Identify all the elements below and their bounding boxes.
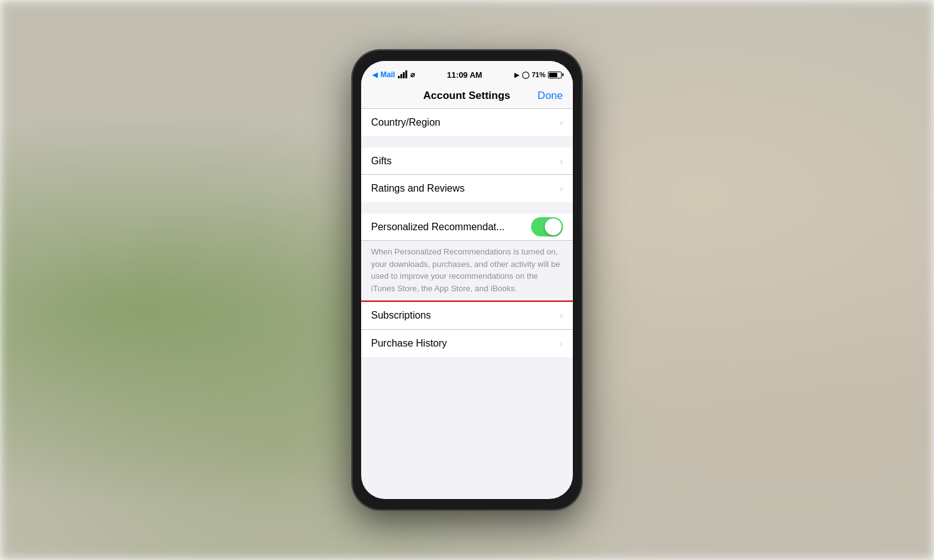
done-button[interactable]: Done — [537, 90, 563, 102]
country-region-label: Country/Region — [371, 117, 440, 128]
phone-shell: ◀ Mail ⌀ 11:09 AM ▶ ◯ 71% — [352, 50, 582, 510]
status-right: ▶ ◯ 71% — [514, 71, 562, 79]
purchase-history-label: Purchase History — [371, 338, 447, 349]
status-bar: ◀ Mail ⌀ 11:09 AM ▶ ◯ 71% — [361, 61, 573, 85]
location-icon: ▶ — [514, 72, 519, 78]
bluetooth-icon: ◯ — [522, 71, 529, 79]
ratings-reviews-row[interactable]: Ratings and Reviews › — [361, 175, 573, 202]
purchase-history-section: Purchase History › — [361, 330, 573, 357]
gifts-chevron-icon: › — [560, 156, 563, 166]
ratings-reviews-label: Ratings and Reviews — [371, 183, 465, 194]
subscriptions-chevron-icon: › — [560, 310, 563, 320]
purchase-history-chevron-icon: › — [560, 338, 563, 348]
personalized-toggle[interactable] — [531, 217, 563, 236]
gifts-label: Gifts — [371, 156, 392, 167]
spacer-1 — [361, 136, 573, 147]
battery-icon — [548, 72, 562, 78]
toggle-knob — [545, 218, 562, 235]
navigation-bar: Account Settings Done — [361, 85, 573, 109]
subscriptions-row[interactable]: Subscriptions › — [361, 302, 573, 329]
screen-content: Country/Region › Gifts › Ratings and Rev… — [361, 109, 573, 492]
battery-fill — [549, 73, 557, 77]
signal-bars-icon — [398, 71, 407, 78]
spacer-2 — [361, 202, 573, 213]
wifi-icon: ⌀ — [410, 70, 415, 79]
status-left: ◀ Mail ⌀ — [372, 70, 415, 79]
status-app-name: Mail — [380, 70, 395, 79]
subscriptions-label: Subscriptions — [371, 310, 431, 321]
country-region-chevron-icon: › — [560, 118, 563, 128]
personalized-row: Personalized Recommendat... — [361, 213, 573, 241]
country-region-row[interactable]: Country/Region › — [361, 109, 573, 136]
country-region-section: Country/Region › — [361, 109, 573, 136]
ratings-reviews-chevron-icon: › — [560, 184, 563, 194]
personalized-description: When Personalized Recommendations is tur… — [361, 241, 573, 302]
gifts-row[interactable]: Gifts › — [361, 147, 573, 175]
page-title: Account Settings — [396, 90, 537, 102]
subscriptions-section: Subscriptions › — [361, 302, 573, 329]
phone-screen: ◀ Mail ⌀ 11:09 AM ▶ ◯ 71% — [361, 61, 573, 499]
gifts-ratings-section: Gifts › Ratings and Reviews › — [361, 147, 573, 202]
purchase-history-row[interactable]: Purchase History › — [361, 330, 573, 357]
status-time: 11:09 AM — [447, 70, 483, 80]
battery-percent: 71% — [532, 71, 545, 78]
personalized-section: Personalized Recommendat... — [361, 213, 573, 241]
back-chevron-icon: ◀ — [372, 71, 377, 79]
personalized-label: Personalized Recommendat... — [371, 222, 531, 233]
